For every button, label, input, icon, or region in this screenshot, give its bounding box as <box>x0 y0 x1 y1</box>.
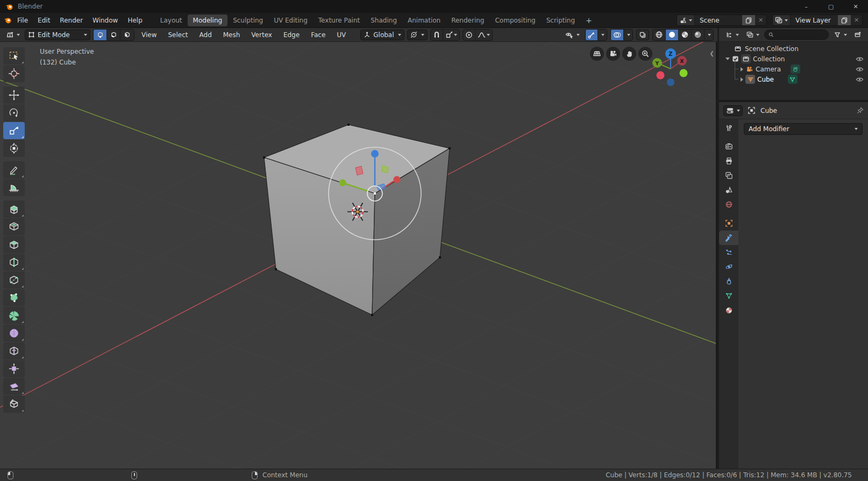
gizmo-z-handle[interactable] <box>371 150 379 157</box>
properties-editor-type-button[interactable] <box>723 105 743 116</box>
tool-select-box[interactable] <box>3 47 25 64</box>
scene-new-copy-button[interactable] <box>742 15 755 25</box>
editor-type-button[interactable] <box>4 30 22 40</box>
checkbox-checked-icon[interactable] <box>732 55 739 62</box>
tab-object[interactable] <box>719 216 738 231</box>
tool-scale[interactable] <box>3 122 25 139</box>
viewport-menu-uv[interactable]: UV <box>332 31 350 39</box>
tool-spin[interactable] <box>3 307 25 324</box>
gizmo-y-handle[interactable] <box>339 180 346 186</box>
shading-rendered-button[interactable] <box>692 30 705 40</box>
disclosure-triangle-icon[interactable] <box>741 67 743 71</box>
viewport-menu-vertex[interactable]: Vertex <box>247 31 276 39</box>
outliner-label[interactable]: Cube <box>757 76 774 83</box>
menu-edit[interactable]: Edit <box>33 17 55 24</box>
blender-app-menu-icon[interactable] <box>3 16 12 24</box>
pivot-point-dropdown[interactable] <box>407 30 428 40</box>
tool-poly-build[interactable] <box>3 289 25 306</box>
axis-navigation-gizmo[interactable]: Z Y X <box>648 42 696 90</box>
view-layer-browse-button[interactable] <box>773 15 791 25</box>
perspective-grid-button[interactable] <box>590 47 604 61</box>
hide-eye-icon[interactable] <box>856 56 864 62</box>
scene-name[interactable]: Scene <box>695 17 742 24</box>
axis-x-negative-ball[interactable] <box>657 71 665 80</box>
camera-data-icon[interactable] <box>791 64 800 74</box>
scene-unlink-button[interactable]: ✕ <box>755 15 766 25</box>
tab-particles[interactable] <box>719 245 738 260</box>
tab-view-layer[interactable] <box>719 168 738 183</box>
menu-render[interactable]: Render <box>55 17 88 24</box>
view-layer-remove-button[interactable]: ✕ <box>851 15 862 25</box>
snap-toggle-button[interactable] <box>431 30 443 40</box>
tool-extrude-region[interactable] <box>3 200 25 218</box>
gizmo-plane-y[interactable] <box>382 166 388 173</box>
outliner-label[interactable]: Collection <box>753 55 785 63</box>
visibility-dropdown[interactable] <box>563 30 582 40</box>
tab-texture-paint[interactable]: Texture Paint <box>313 15 365 26</box>
face-select-mode-button[interactable] <box>120 30 134 40</box>
pin-icon[interactable] <box>857 107 864 114</box>
tool-smooth[interactable] <box>3 325 25 342</box>
viewport-canvas[interactable] <box>0 42 717 469</box>
tab-uv-editing[interactable]: UV Editing <box>268 15 313 26</box>
minimize-button[interactable]: – <box>794 0 819 13</box>
menu-help[interactable]: Help <box>123 17 147 24</box>
menu-window[interactable]: Window <box>88 17 123 24</box>
hide-eye-icon[interactable] <box>856 66 864 73</box>
outliner-row-camera[interactable]: Camera <box>719 64 868 74</box>
disclosure-triangle-icon[interactable] <box>725 58 730 60</box>
edge-select-mode-button[interactable] <box>107 30 120 40</box>
gizmo-x-handle[interactable] <box>394 176 401 183</box>
snap-to-dropdown[interactable] <box>443 30 459 40</box>
shading-wireframe-button[interactable] <box>653 30 666 40</box>
axis-y-negative-ball[interactable] <box>680 69 688 77</box>
sidebar-toggle-arrow[interactable]: ❮ <box>710 51 714 56</box>
tab-modeling[interactable]: Modeling <box>188 15 228 26</box>
tool-bevel[interactable] <box>3 236 25 253</box>
tool-rip-region[interactable] <box>3 396 25 413</box>
tab-tool[interactable] <box>719 121 738 135</box>
viewport-menu-select[interactable]: Select <box>163 31 192 39</box>
tool-inset-faces[interactable] <box>3 218 25 235</box>
outliner-label[interactable]: Camera <box>756 66 781 73</box>
outliner-filter-button[interactable] <box>831 30 849 40</box>
tab-modifiers[interactable] <box>719 231 738 245</box>
show-overlays-toggle[interactable] <box>611 30 624 40</box>
tool-move[interactable] <box>3 87 25 104</box>
overlays-dropdown[interactable] <box>624 30 632 40</box>
tool-cursor[interactable] <box>3 65 25 82</box>
gizmo-plane-x[interactable] <box>355 166 363 175</box>
vertex-select-mode-button[interactable] <box>94 30 107 40</box>
add-workspace-button[interactable]: + <box>580 16 597 25</box>
tool-shear[interactable] <box>3 378 25 395</box>
tab-physics[interactable] <box>719 260 738 274</box>
menu-file[interactable]: File <box>12 17 33 24</box>
falloff-dropdown[interactable] <box>475 30 492 40</box>
tab-animation[interactable]: Animation <box>402 15 446 26</box>
tab-object-data[interactable] <box>719 289 738 303</box>
hide-eye-icon[interactable] <box>856 76 864 83</box>
tab-scene[interactable] <box>719 183 738 197</box>
scene-browse-button[interactable] <box>677 15 695 25</box>
tab-output[interactable] <box>719 154 738 168</box>
camera-view-button[interactable] <box>606 47 620 61</box>
tab-render[interactable] <box>719 139 738 154</box>
outliner-editor-type-button[interactable] <box>723 30 741 40</box>
tab-shading[interactable]: Shading <box>365 15 402 26</box>
tool-measure[interactable] <box>3 179 25 196</box>
tab-layout[interactable]: Layout <box>155 15 188 26</box>
viewport-menu-mesh[interactable]: Mesh <box>219 31 245 39</box>
viewport-menu-face[interactable]: Face <box>307 31 330 39</box>
tab-material[interactable] <box>719 303 738 318</box>
outliner-row-scene-collection[interactable]: Scene Collection <box>719 44 868 54</box>
view-layer-name[interactable]: View Layer <box>791 17 838 24</box>
outliner-display-mode-button[interactable] <box>744 30 762 40</box>
show-gizmo-toggle[interactable] <box>586 30 598 40</box>
new-collection-button[interactable] <box>852 30 864 40</box>
axis-z-negative-ball[interactable] <box>667 78 674 86</box>
tab-sculpting[interactable]: Sculpting <box>227 15 268 26</box>
tab-world[interactable] <box>719 197 738 212</box>
selected-vertex[interactable] <box>374 192 376 195</box>
mesh-data-icon[interactable] <box>788 75 798 84</box>
outliner-label[interactable]: Scene Collection <box>745 45 799 53</box>
